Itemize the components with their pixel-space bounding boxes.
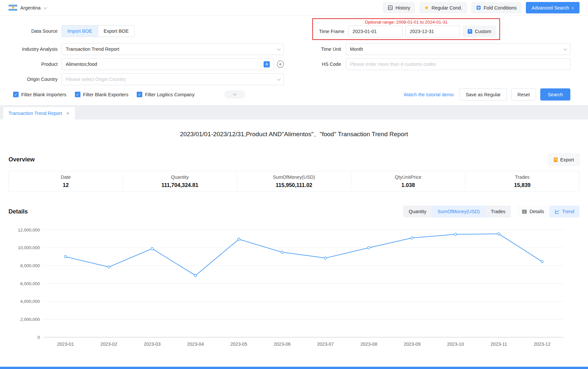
- hs-code-field[interactable]: [346, 58, 570, 70]
- stat-qty-unit-price: QtyUnitPrice 1.038: [351, 173, 465, 190]
- trend-line-chart: 02,000,0004,000,0006,000,0008,000,00010,…: [7, 221, 580, 354]
- svg-text:2023-02: 2023-02: [100, 341, 117, 347]
- filter-logitics-company-checkbox[interactable]: ✓ Filter Logitics Company: [137, 92, 195, 97]
- svg-text:2023-10: 2023-10: [447, 341, 464, 347]
- top-bar: Argentina History ★ Regular Cond. Fold C…: [0, 0, 588, 16]
- chevron-right-icon: ›: [572, 5, 574, 10]
- date-from-field[interactable]: [348, 26, 403, 37]
- optional-range-note: Optional range: 2008-01-01 to 2024-01-31: [316, 19, 496, 26]
- checkbox-checked-icon: ✓: [75, 92, 80, 97]
- translate-icon[interactable]: A: [264, 61, 270, 67]
- country-selector[interactable]: Argentina: [9, 5, 46, 11]
- svg-text:2023-06: 2023-06: [274, 341, 291, 347]
- overview-stats: Date 12 Quantity 111,704,324.81 SumOfMon…: [9, 171, 579, 192]
- tab-strip: Transaction Trend Report ✕: [0, 105, 588, 120]
- svg-text:12,000,000: 12,000,000: [18, 228, 40, 232]
- checkbox-checked-icon: ✓: [137, 92, 142, 97]
- custom-range-button[interactable]: Custom: [463, 26, 496, 37]
- data-source-toggle: Import BOE Export BOE: [61, 25, 134, 37]
- industry-analysis-label: Industry Analysis: [9, 46, 58, 52]
- overview-heading: Overview: [9, 156, 35, 163]
- hs-code-input[interactable]: [350, 62, 566, 67]
- fold-conditions-button[interactable]: Fold Conditions: [471, 2, 522, 13]
- svg-text:2023-11: 2023-11: [491, 341, 507, 347]
- origin-country-select[interactable]: Please select Origin Country: [61, 73, 284, 85]
- svg-text:2023-01: 2023-01: [57, 341, 74, 347]
- view-tab-trend[interactable]: Trend: [549, 206, 579, 217]
- industry-analysis-select[interactable]: Transaction Trend Report: [61, 43, 284, 55]
- trend-chart: 02,000,0004,000,0006,000,0008,000,00010,…: [0, 217, 588, 355]
- svg-text:2,000,000: 2,000,000: [20, 317, 40, 322]
- filter-form: Data Source Import BOE Export BOE Option…: [0, 16, 588, 105]
- time-unit-select[interactable]: Month: [346, 43, 570, 55]
- svg-text:4,000,000: 4,000,000: [20, 299, 40, 304]
- expand-filters-button[interactable]: [225, 91, 245, 98]
- stat-date: Date 12: [9, 173, 123, 190]
- stat-trades: Trades 15,839: [465, 173, 579, 190]
- date-to-field[interactable]: [406, 26, 460, 37]
- export-file-icon: [554, 157, 558, 162]
- fold-icon: [476, 5, 481, 10]
- metric-tab-trades[interactable]: Trades: [485, 206, 511, 217]
- checkbox-checked-icon: ✓: [13, 92, 19, 97]
- table-icon: [522, 209, 527, 214]
- import-boe-option[interactable]: Import BOE: [62, 26, 98, 37]
- metric-tab-quantity[interactable]: Quantity: [403, 206, 432, 217]
- svg-text:2023-04: 2023-04: [187, 341, 204, 347]
- save-as-regular-button[interactable]: Save as Regular: [459, 88, 507, 101]
- argentina-flag-icon: [9, 5, 17, 11]
- time-frame-label: Time Frame: [316, 29, 344, 34]
- svg-text:2023-07: 2023-07: [317, 341, 334, 347]
- advanced-search-button[interactable]: Advanced Search ›: [526, 2, 579, 13]
- svg-text:2023-12: 2023-12: [534, 341, 551, 347]
- time-unit-value: Month: [350, 46, 363, 52]
- search-button[interactable]: Search: [540, 88, 570, 101]
- svg-text:2023-03: 2023-03: [144, 341, 161, 347]
- chevron-down-icon: [277, 47, 281, 50]
- date-from-input[interactable]: [353, 29, 414, 34]
- tutorial-demo-link[interactable]: Watch the tutorial demo: [404, 92, 454, 97]
- hs-code-label: HS Code: [284, 62, 341, 67]
- export-button[interactable]: Export: [548, 154, 579, 166]
- metric-tab-group: Quantity SumOfMoney(USD) Trades: [403, 206, 511, 217]
- stat-quantity: Quantity 111,704,324.81: [123, 173, 237, 190]
- product-input[interactable]: [66, 62, 264, 67]
- trend-chart-icon: [555, 209, 560, 214]
- svg-text:2023-08: 2023-08: [360, 341, 377, 347]
- tab-transaction-trend-report[interactable]: Transaction Trend Report ✕: [3, 107, 75, 120]
- data-source-label: Data Source: [9, 28, 58, 34]
- chevron-down-icon: [277, 77, 281, 81]
- time-frame-highlight-box: Optional range: 2008-01-01 to 2024-01-31…: [312, 18, 500, 40]
- filter-blank-importers-checkbox[interactable]: ✓ Filter Blank Importers: [13, 92, 66, 97]
- time-unit-label: Time Unit: [284, 46, 341, 52]
- svg-text:2023-05: 2023-05: [231, 341, 248, 347]
- svg-text:0: 0: [37, 335, 40, 340]
- filter-blank-exporters-checkbox[interactable]: ✓ Filter Blank Exporters: [75, 92, 129, 97]
- product-label: Product: [9, 62, 58, 67]
- country-name: Argentina: [20, 5, 41, 10]
- date-to-input[interactable]: [410, 29, 471, 34]
- svg-text:8,000,000: 8,000,000: [20, 263, 40, 268]
- metric-tab-sum-of-money[interactable]: SumOfMoney(USD): [432, 206, 485, 217]
- chevron-down-icon: [233, 92, 236, 95]
- close-tab-icon[interactable]: ✕: [66, 111, 70, 116]
- view-tab-details[interactable]: Details: [517, 206, 549, 217]
- industry-analysis-value: Transaction Trend Report: [66, 46, 119, 52]
- origin-country-label: Origin Country: [9, 77, 58, 82]
- history-button[interactable]: History: [383, 2, 415, 13]
- report-content: 2023/01/01-2023/12/31,Product AND"Alimen…: [0, 130, 588, 355]
- stat-sum-of-money: SumOfMoney(USD) 115,950,111.02: [237, 173, 351, 190]
- export-boe-option[interactable]: Export BOE: [98, 26, 134, 37]
- product-field[interactable]: A: [61, 58, 274, 70]
- svg-text:2023-09: 2023-09: [404, 341, 421, 347]
- history-icon: [388, 5, 393, 10]
- origin-country-placeholder: Please select Origin Country: [66, 77, 126, 82]
- custom-icon: [468, 29, 472, 34]
- details-heading: Details: [9, 208, 28, 215]
- chevron-down-icon: [563, 47, 567, 50]
- language-circle-icon[interactable]: e: [277, 61, 284, 68]
- reset-button[interactable]: Reset: [511, 88, 536, 101]
- regular-cond-button[interactable]: ★ Regular Cond.: [419, 2, 467, 13]
- chevron-down-icon: [43, 5, 47, 9]
- svg-text:6,000,000: 6,000,000: [20, 281, 40, 286]
